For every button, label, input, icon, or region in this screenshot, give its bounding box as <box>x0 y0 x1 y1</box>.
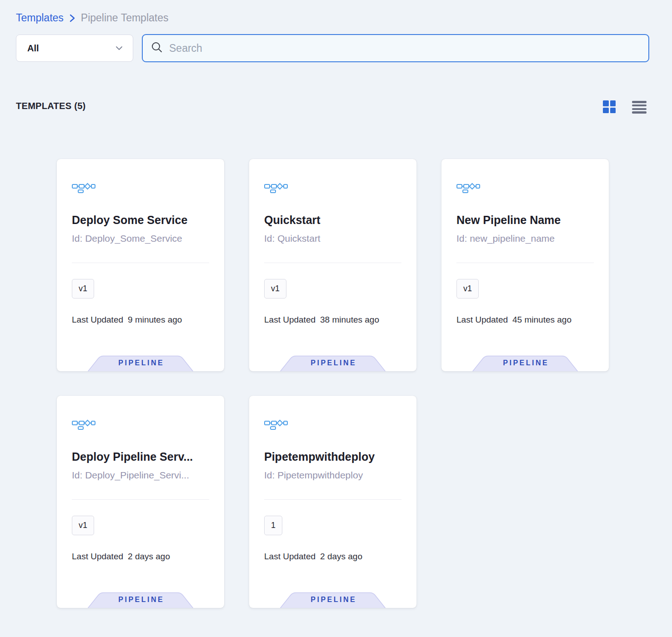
last-updated-label: Last Updated <box>456 315 508 325</box>
pipeline-type-tag: PIPELINE <box>86 354 195 371</box>
template-title: Deploy Pipeline Serv... <box>72 450 209 463</box>
breadcrumb: Templates Pipeline Templates <box>16 12 168 24</box>
template-id: Id: Deploy_Some_Service <box>72 232 209 245</box>
pipeline-diagram-icon <box>264 419 401 430</box>
version-badge: v1 <box>72 516 94 535</box>
chevron-right-icon <box>69 14 75 23</box>
template-card[interactable]: Deploy Some Service Id: Deploy_Some_Serv… <box>57 159 224 371</box>
last-updated-value: 9 minutes ago <box>128 315 182 325</box>
pipeline-type-tag: PIPELINE <box>471 354 580 371</box>
last-updated-value: 38 minutes ago <box>320 315 379 325</box>
pipeline-type-tag: PIPELINE <box>278 354 387 371</box>
divider <box>72 263 209 263</box>
templates-grid: Deploy Some Service Id: Deploy_Some_Serv… <box>57 159 609 608</box>
template-title: Deploy Some Service <box>72 213 209 227</box>
search-input[interactable] <box>169 42 640 55</box>
template-title: New Pipeline Name <box>456 213 594 227</box>
pipeline-type-label: PIPELINE <box>471 359 580 367</box>
chevron-down-icon <box>115 44 123 52</box>
grid-view-button[interactable] <box>603 100 616 113</box>
last-updated-label: Last Updated <box>72 315 123 325</box>
list-view-button[interactable] <box>632 101 647 114</box>
pipeline-diagram-icon <box>72 419 209 430</box>
template-card[interactable]: Pipetempwithdeploy Id: Pipetempwithdeplo… <box>249 396 416 608</box>
pipeline-type-label: PIPELINE <box>86 359 195 367</box>
last-updated-value: 2 days ago <box>320 552 362 562</box>
template-title: Quickstart <box>264 213 401 227</box>
scope-filter-dropdown[interactable]: All <box>16 35 133 62</box>
template-card[interactable]: New Pipeline Name Id: new_pipeline_name … <box>441 159 609 371</box>
pipeline-type-tag: PIPELINE <box>278 591 387 608</box>
last-updated-label: Last Updated <box>264 552 316 562</box>
pipeline-type-tag: PIPELINE <box>86 591 195 608</box>
divider <box>264 499 401 500</box>
version-badge: v1 <box>264 279 286 299</box>
pipeline-type-label: PIPELINE <box>278 596 387 604</box>
grid-view-icon <box>603 100 609 106</box>
template-id: Id: Deploy_Pipeline_Servi... <box>72 469 209 482</box>
version-badge: v1 <box>72 279 94 299</box>
breadcrumb-templates-link[interactable]: Templates <box>16 12 64 24</box>
search-icon <box>151 41 163 55</box>
divider <box>264 263 401 263</box>
pipeline-diagram-icon <box>456 182 594 193</box>
search-box[interactable] <box>142 34 649 62</box>
last-updated-label: Last Updated <box>264 315 316 325</box>
template-id: Id: Pipetempwithdeploy <box>264 469 401 482</box>
breadcrumb-current-page: Pipeline Templates <box>81 12 169 24</box>
templates-count-heading: TEMPLATES (5) <box>16 101 86 111</box>
template-title: Pipetempwithdeploy <box>264 450 401 463</box>
template-card[interactable]: Deploy Pipeline Serv... Id: Deploy_Pipel… <box>57 396 224 608</box>
divider <box>456 263 594 263</box>
template-card[interactable]: Quickstart Id: Quickstart v1 Last Update… <box>249 159 416 371</box>
list-view-icon <box>632 101 647 103</box>
last-updated-value: 45 minutes ago <box>512 315 572 325</box>
version-badge: v1 <box>456 279 479 299</box>
divider <box>72 499 209 500</box>
pipeline-diagram-icon <box>72 182 209 193</box>
scope-filter-value: All <box>27 43 39 54</box>
last-updated-value: 2 days ago <box>128 552 170 562</box>
template-id: Id: Quickstart <box>264 232 401 245</box>
pipeline-diagram-icon <box>264 182 401 193</box>
last-updated-label: Last Updated <box>72 552 123 562</box>
pipeline-templates-page: Templates Pipeline Templates All TEMPLAT… <box>0 0 672 637</box>
version-badge: 1 <box>264 516 282 535</box>
pipeline-type-label: PIPELINE <box>86 596 195 604</box>
template-id: Id: new_pipeline_name <box>456 232 594 245</box>
pipeline-type-label: PIPELINE <box>278 359 387 367</box>
